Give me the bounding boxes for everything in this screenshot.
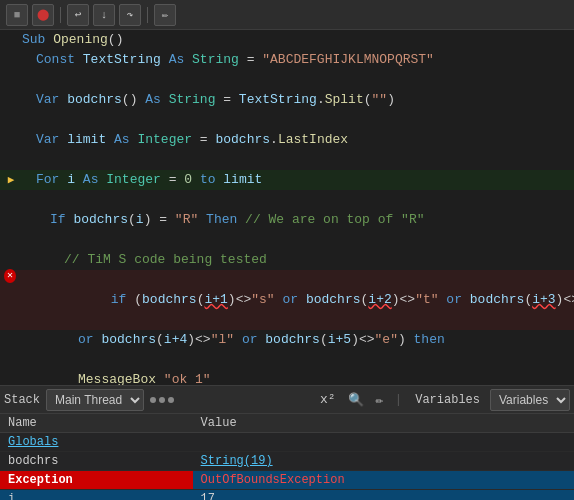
code-line-if-r: If bodchrs(i) = "R" Then // We are on to… bbox=[0, 210, 574, 230]
globals-link-text[interactable]: Globals bbox=[8, 435, 58, 449]
step-into-btn[interactable]: ↓ bbox=[93, 4, 115, 26]
edit-icon[interactable]: ✏ bbox=[372, 390, 388, 410]
variables-header-row: Name Value bbox=[0, 414, 574, 433]
bodchrs-name: bodchrs bbox=[0, 452, 193, 471]
code-line-blank3 bbox=[0, 150, 574, 170]
code-line-blank5 bbox=[0, 230, 574, 250]
code-line-msgbox1: MessageBox "ok 1" bbox=[0, 370, 574, 385]
line-content: Const TextString As String = "ABCDEFGHIJ… bbox=[22, 50, 570, 70]
bodchrs-value: String(19) bbox=[193, 452, 574, 471]
exception-value: OutOfBoundsException bbox=[193, 471, 574, 490]
code-line-comment: // TiM S code being tested bbox=[0, 250, 574, 270]
code-area: Sub Opening() Const TextString As String… bbox=[0, 30, 574, 385]
i-value: 17 bbox=[193, 490, 574, 501]
line-content-error: if (bodchrs(i+1)<>"s" or bodchrs(i+2)<>"… bbox=[22, 270, 574, 330]
line-content: If bodchrs(i) = "R" Then // We are on to… bbox=[22, 210, 570, 230]
stop-btn[interactable]: ■ bbox=[6, 4, 28, 26]
bodchrs-row: bodchrs String(19) bbox=[0, 452, 574, 471]
toolbar-separator-1 bbox=[60, 7, 61, 23]
superscript-icon[interactable]: x² bbox=[316, 390, 340, 409]
globals-link[interactable]: Globals bbox=[0, 433, 574, 452]
col-name: Name bbox=[0, 414, 193, 433]
globals-row: Globals bbox=[0, 433, 574, 452]
col-value: Value bbox=[193, 414, 574, 433]
stack-label: Stack bbox=[4, 393, 40, 407]
error-icon: ✕ bbox=[4, 269, 16, 283]
line-content: Var limit As Integer = bodchrs.LastIndex bbox=[22, 130, 570, 150]
sep-pipe: | bbox=[394, 392, 402, 407]
step-over-btn[interactable]: ↷ bbox=[119, 4, 141, 26]
thread-dropdown[interactable]: Main Thread bbox=[46, 389, 144, 411]
code-line-blank6 bbox=[0, 350, 574, 370]
record-btn[interactable]: ⬤ bbox=[32, 4, 54, 26]
line-gutter: ▶ bbox=[4, 170, 18, 190]
pause-dot-2 bbox=[159, 397, 165, 403]
variables-panel: Name Value Globals bodchrs String(19) Ex… bbox=[0, 414, 574, 500]
variables-dropdown[interactable]: Variables bbox=[490, 389, 570, 411]
variables-label: Variables bbox=[409, 393, 486, 407]
bottom-panel: Stack Main Thread x² 🔍 ✏ | Variables Var… bbox=[0, 385, 574, 500]
line-gutter-error: ✕ bbox=[4, 270, 18, 284]
i-row: i 17 bbox=[0, 490, 574, 501]
code-line-blank2 bbox=[0, 110, 574, 130]
line-content: Var bodchrs() As String = TextString.Spl… bbox=[22, 90, 570, 110]
exception-row: Exception OutOfBoundsException bbox=[0, 471, 574, 490]
undo-btn[interactable]: ↩ bbox=[67, 4, 89, 26]
code-line-4: Var limit As Integer = bodchrs.LastIndex bbox=[0, 130, 574, 150]
exception-name: Exception bbox=[0, 471, 193, 490]
line-content: // TiM S code being tested bbox=[22, 250, 570, 270]
code-line-3: Var bodchrs() As String = TextString.Spl… bbox=[0, 90, 574, 110]
line-content: Sub Opening() bbox=[22, 30, 570, 50]
toolbar: ■ ⬤ ↩ ↓ ↷ ✏ bbox=[0, 0, 574, 30]
i-name: i bbox=[0, 490, 193, 501]
pause-indicator bbox=[150, 397, 174, 403]
code-line-error: ✕ if (bodchrs(i+1)<>"s" or bodchrs(i+2)<… bbox=[0, 270, 574, 330]
bottom-right-controls: x² 🔍 ✏ | Variables Variables bbox=[316, 389, 570, 411]
line-content: MessageBox "ok 1" bbox=[22, 370, 570, 385]
code-line-1: Sub Opening() bbox=[0, 30, 574, 50]
draw-btn[interactable]: ✏ bbox=[154, 4, 176, 26]
toolbar-separator-2 bbox=[147, 7, 148, 23]
line-content: For i As Integer = 0 to limit bbox=[22, 170, 570, 190]
code-line-for: ▶ For i As Integer = 0 to limit bbox=[0, 170, 574, 190]
search-icon[interactable]: 🔍 bbox=[344, 390, 368, 410]
pause-dot-1 bbox=[150, 397, 156, 403]
line-content: or bodchrs(i+4)<>"l" or bodchrs(i+5)<>"e… bbox=[22, 330, 570, 350]
pause-dot-3 bbox=[168, 397, 174, 403]
variables-table: Name Value Globals bodchrs String(19) Ex… bbox=[0, 414, 574, 500]
code-line-2: Const TextString As String = "ABCDEFGHIJ… bbox=[0, 50, 574, 70]
bottom-toolbar: Stack Main Thread x² 🔍 ✏ | Variables Var… bbox=[0, 386, 574, 414]
code-line-blank4 bbox=[0, 190, 574, 210]
code-line-or: or bodchrs(i+4)<>"l" or bodchrs(i+5)<>"e… bbox=[0, 330, 574, 350]
code-line-blank1 bbox=[0, 70, 574, 90]
bottom-left-controls: Stack Main Thread bbox=[4, 389, 316, 411]
